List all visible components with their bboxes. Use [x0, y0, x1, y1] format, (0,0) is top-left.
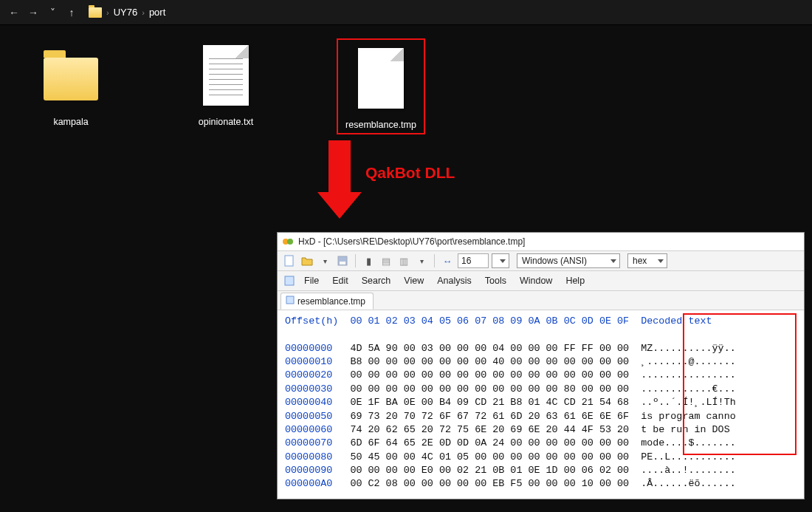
- file-item-kampala[interactable]: kampala: [27, 38, 115, 127]
- hex-view[interactable]: Offset(h) 00 01 02 03 04 05 06 07 08 09 …: [278, 310, 804, 499]
- hxd-small-icon: [286, 296, 295, 307]
- back-button[interactable]: ←: [6, 4, 22, 21]
- hxd-tab-label: resemblance.tmp: [297, 296, 365, 307]
- columns-icon[interactable]: ↔: [440, 253, 455, 268]
- columns-field[interactable]: 16: [458, 253, 489, 268]
- folder-icon: [89, 7, 102, 18]
- hxd-icon: [282, 236, 294, 248]
- annotation-label: QakBot DLL: [365, 164, 455, 182]
- hxd-toolbar: ▾ ▮ ▤ ▥ ▾ ↔ 16 Windows (ANSI) hex: [278, 251, 804, 271]
- file-label: kampala: [27, 117, 115, 127]
- ram-icon[interactable]: ▤: [379, 253, 393, 268]
- menu-help[interactable]: Help: [560, 274, 591, 287]
- disk-icon[interactable]: ▮: [361, 253, 376, 268]
- up-button[interactable]: ↑: [63, 4, 80, 21]
- base-select[interactable]: hex: [627, 253, 667, 268]
- menu-file[interactable]: File: [298, 274, 325, 287]
- hxd-tab[interactable]: resemblance.tmp: [281, 293, 374, 310]
- encoding-select[interactable]: Windows (ANSI): [517, 253, 620, 268]
- hxd-tabbar: resemblance.tmp: [278, 291, 804, 310]
- menu-search[interactable]: Search: [356, 274, 397, 287]
- open-file-icon[interactable]: [300, 253, 314, 268]
- menu-window[interactable]: Window: [514, 274, 558, 287]
- columns-dropdown[interactable]: [492, 253, 509, 268]
- hxd-title-text: HxD - [C:\Users\RE\Desktop\UY76\port\res…: [298, 236, 525, 247]
- svg-rect-6: [286, 296, 294, 304]
- file-label: resemblance.tmp: [338, 120, 424, 130]
- hxd-small-icon: [282, 273, 297, 288]
- breadcrumb-segment[interactable]: port: [146, 7, 168, 18]
- svg-rect-2: [285, 256, 293, 266]
- new-file-icon[interactable]: [282, 253, 297, 268]
- dropdown-icon[interactable]: ▾: [317, 253, 332, 268]
- file-label: opinionate.txt: [182, 117, 270, 127]
- save-icon[interactable]: [335, 253, 350, 268]
- menu-edit[interactable]: Edit: [326, 274, 354, 287]
- menu-analysis[interactable]: Analysis: [431, 274, 478, 287]
- breadcrumb-segment[interactable]: UY76: [111, 7, 141, 18]
- file-item-opinionate[interactable]: opinionate.txt: [182, 38, 270, 127]
- file-grid: kampala opinionate.txt resemblance.tmp: [0, 25, 812, 148]
- dropdown-icon[interactable]: ▾: [414, 253, 429, 268]
- svg-point-1: [287, 239, 293, 245]
- hex-dump: Offset(h) 00 01 02 03 04 05 06 07 08 09 …: [285, 315, 796, 491]
- text-file-icon: [203, 45, 249, 106]
- hxd-window: HxD - [C:\Users\RE\Desktop\UY76\port\res…: [277, 232, 805, 499]
- chevron-right-icon: ›: [140, 8, 146, 17]
- folder-icon: [44, 58, 98, 100]
- recent-dropdown[interactable]: ˅: [44, 4, 61, 21]
- menu-tools[interactable]: Tools: [479, 274, 512, 287]
- hxd-menubar: File Edit Search View Analysis Tools Win…: [278, 271, 804, 291]
- forward-button[interactable]: →: [25, 4, 41, 21]
- hxd-titlebar: HxD - [C:\Users\RE\Desktop\UY76\port\res…: [278, 233, 804, 251]
- chevron-right-icon: ›: [105, 8, 111, 17]
- blank-file-icon: [358, 48, 404, 109]
- menu-view[interactable]: View: [398, 274, 430, 287]
- explorer-navbar: ← → ˅ ↑ › UY76 › port: [0, 0, 812, 25]
- clipboard-icon[interactable]: ▥: [396, 253, 411, 268]
- svg-rect-4: [340, 262, 345, 264]
- file-item-resemblance[interactable]: resemblance.tmp: [337, 38, 425, 134]
- annotation-arrow: [317, 140, 362, 219]
- svg-rect-5: [285, 276, 294, 285]
